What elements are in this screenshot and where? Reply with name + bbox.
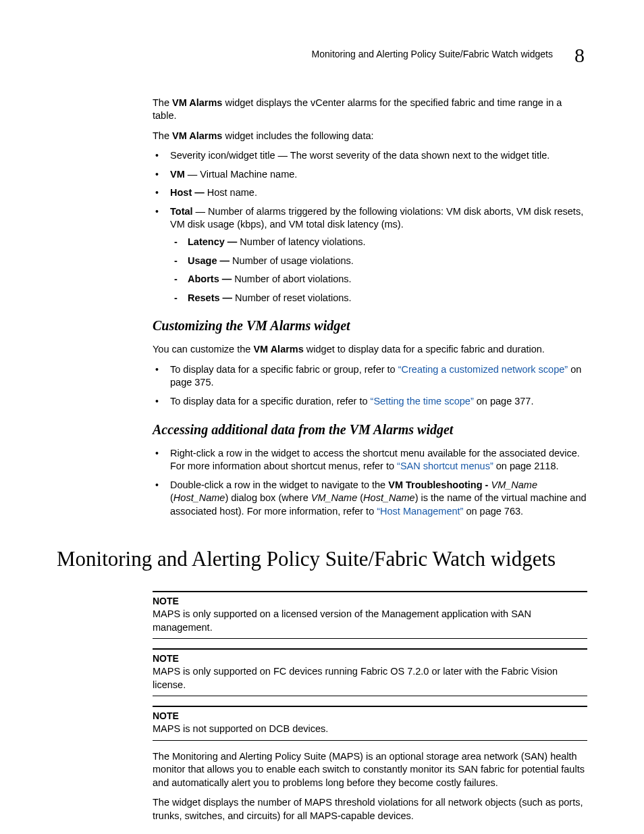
list-item: Double-click a row in the widget to navi… bbox=[153, 479, 587, 519]
sub-list: Latency — Number of latency violations. … bbox=[170, 236, 587, 305]
intro-paragraph-1: The VM Alarms widget displays the vCente… bbox=[153, 97, 587, 123]
list-item: Severity icon/widget title — The worst s… bbox=[153, 149, 587, 163]
list-item: Latency — Number of latency violations. bbox=[170, 236, 587, 249]
note-text: MAPS is only supported on a licensed ver… bbox=[153, 608, 587, 634]
note-text: MAPS is only supported on FC devices run… bbox=[153, 665, 587, 692]
heading-main: Monitoring and Alerting Policy Suite/Fab… bbox=[57, 545, 587, 573]
link-network-scope[interactable]: “Creating a customized network scope” bbox=[398, 364, 568, 375]
chapter-number: 8 bbox=[574, 42, 585, 70]
list-item: Right-click a row in the widget to acces… bbox=[153, 447, 587, 473]
heading-customizing: Customizing the VM Alarms widget bbox=[153, 317, 587, 335]
note-block-1: NOTE MAPS is only supported on a license… bbox=[153, 591, 587, 639]
note-text: MAPS is not supported on DCB devices. bbox=[153, 723, 587, 736]
link-host-management[interactable]: “Host Management” bbox=[377, 506, 463, 517]
running-header-title: Monitoring and Alerting Policy Suite/Fab… bbox=[312, 49, 553, 59]
list-item: Resets — Number of reset violations. bbox=[170, 292, 587, 305]
page-container: Monitoring and Alerting Policy Suite/Fab… bbox=[0, 0, 644, 834]
list-item: To display data for a specific duration,… bbox=[153, 395, 587, 409]
note-label: NOTE bbox=[153, 595, 587, 608]
note-block-2: NOTE MAPS is only supported on FC device… bbox=[153, 648, 587, 696]
note-label: NOTE bbox=[153, 652, 587, 665]
list-item: Total — Number of alarms triggered by th… bbox=[153, 205, 587, 305]
list-item: VM — Virtual Machine name. bbox=[153, 168, 587, 182]
list-item: Host — Host name. bbox=[153, 186, 587, 200]
list-item: To display data for a specific fabric or… bbox=[153, 363, 587, 390]
customizing-intro: You can customize the VM Alarms widget t… bbox=[153, 343, 587, 357]
maps-paragraph-1: The Monitoring and Alerting Policy Suite… bbox=[153, 750, 587, 790]
data-list: Severity icon/widget title — The worst s… bbox=[153, 149, 587, 305]
running-header: Monitoring and Alerting Policy Suite/Fab… bbox=[57, 41, 587, 68]
body-column-lower: NOTE MAPS is only supported on a license… bbox=[153, 591, 587, 823]
note-label: NOTE bbox=[153, 710, 587, 723]
link-san-shortcut[interactable]: “SAN shortcut menus” bbox=[397, 461, 493, 471]
intro-paragraph-2: The VM Alarms widget includes the follow… bbox=[153, 130, 587, 143]
list-item: Usage — Number of usage violations. bbox=[170, 255, 587, 268]
body-column: The VM Alarms widget displays the vCente… bbox=[153, 97, 587, 519]
note-block-3: NOTE MAPS is not supported on DCB device… bbox=[153, 706, 587, 740]
heading-accessing: Accessing additional data from the VM Al… bbox=[153, 421, 587, 439]
list-item: Aborts — Number of abort violations. bbox=[170, 273, 587, 286]
link-time-scope[interactable]: “Setting the time scope” bbox=[371, 396, 474, 407]
accessing-list: Right-click a row in the widget to acces… bbox=[153, 447, 587, 519]
customizing-list: To display data for a specific fabric or… bbox=[153, 363, 587, 409]
maps-paragraph-2: The widget displays the number of MAPS t… bbox=[153, 796, 587, 823]
